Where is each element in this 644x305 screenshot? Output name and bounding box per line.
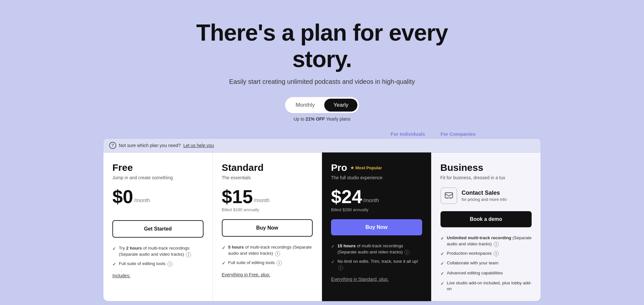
contact-sales-icon xyxy=(440,187,457,204)
info-icon[interactable]: ℹ xyxy=(167,261,173,267)
contact-sales-label: Contact Sales xyxy=(462,190,507,196)
help-icon: ? xyxy=(109,142,116,149)
billing-toggle: Monthly Yearly xyxy=(285,97,359,113)
contact-sales-text: Contact Sales for pricing and more info xyxy=(462,190,507,202)
price-period-free: /month xyxy=(134,198,150,206)
feature-text: Advanced editing capabilities xyxy=(447,270,503,276)
label-cell-free xyxy=(103,131,213,137)
plan-name-pro: Pro ★ Most Popular xyxy=(331,162,422,173)
info-icon[interactable]: ℹ xyxy=(494,251,499,256)
most-popular-badge: ★ Most Popular xyxy=(350,165,382,170)
help-text: Not sure which plan you need? xyxy=(119,143,181,148)
features-list-free: ✓ Try 2 hours of multi-track recordings … xyxy=(112,245,204,267)
check-icon: ✓ xyxy=(440,251,444,257)
plan-tagline-standard: The essentials xyxy=(222,175,313,180)
plan-price-pro: $24 /month xyxy=(331,187,422,206)
label-cell-standard xyxy=(213,131,322,137)
help-link[interactable]: Let us help you xyxy=(183,143,214,148)
for-companies-label: For Companies xyxy=(440,131,476,137)
price-billed-pro: Billed $288 annually xyxy=(331,207,422,212)
plan-price-standard: $15 /month xyxy=(222,187,313,206)
plans-section: For Individuals For Companies ? Not sure… xyxy=(103,131,541,301)
hero-subtitle: Easily start creating unlimited podcasts… xyxy=(229,78,415,85)
label-cell-individuals: For Individuals xyxy=(322,131,431,137)
feature-text: Live studio add-on included, plus lobby … xyxy=(447,280,532,292)
info-icon[interactable]: ℹ xyxy=(404,250,410,255)
contact-sales-area: Contact Sales for pricing and more info xyxy=(440,187,532,204)
plan-tagline-free: Jump in and create something xyxy=(112,175,204,180)
plan-tagline-business: Fit for business, dressed in a tux xyxy=(440,175,532,180)
feature-item: ✓ Advanced editing capabilities xyxy=(440,270,532,277)
label-cell-companies: For Companies xyxy=(431,131,541,137)
feature-item: ✓ No limit on edits. Trim, track, tune i… xyxy=(331,259,422,271)
cta-button-free[interactable]: Get Started xyxy=(112,220,204,238)
info-icon[interactable]: ℹ xyxy=(494,242,499,247)
price-amount-pro: $24 xyxy=(331,187,362,206)
feature-text: Full suite of editing tools ℹ xyxy=(119,261,173,267)
feature-item: ✓ 15 hours of multi-track recordings (Se… xyxy=(331,243,422,255)
feature-item: ✓ 5 hours of multi-track recordings (Sep… xyxy=(222,244,313,257)
svg-rect-0 xyxy=(445,193,452,198)
feature-text: 5 hours of multi-track recordings (Separ… xyxy=(228,244,313,257)
check-icon: ✓ xyxy=(440,261,444,267)
features-list-standard: ✓ 5 hours of multi-track recordings (Sep… xyxy=(222,244,313,266)
discount-percent: 21% OFF xyxy=(306,116,325,122)
plan-tagline-pro: The full studio experience xyxy=(331,175,422,180)
feature-text: Unlimited multi-track recording (Separat… xyxy=(447,235,532,247)
check-icon: ✓ xyxy=(222,260,226,267)
feature-item: ✓ Unlimited multi-track recording (Separ… xyxy=(440,235,532,247)
contact-sales-sub: for pricing and more info xyxy=(462,197,507,202)
yearly-discount-text: Up to 21% OFF Yearly plans xyxy=(294,116,351,122)
yearly-toggle-btn[interactable]: Yearly xyxy=(324,99,357,112)
hero-title: There's a plan for every story. xyxy=(177,19,467,72)
feature-text: 15 hours of multi-track recordings (Sepa… xyxy=(337,243,422,255)
price-billed-free xyxy=(112,207,204,213)
feature-text: Production workspaces ℹ xyxy=(447,251,499,257)
check-icon: ✓ xyxy=(331,243,335,250)
check-icon: ✓ xyxy=(222,245,226,251)
info-icon[interactable]: ℹ xyxy=(186,252,191,257)
check-icon: ✓ xyxy=(112,246,116,252)
feature-text: Try 2 hours of multi-track recordings (S… xyxy=(119,245,204,258)
plan-card-free: Free Jump in and create something $0 /mo… xyxy=(103,152,213,301)
includes-label-pro[interactable]: Everything in Standard, plus: xyxy=(331,277,422,282)
features-list-pro: ✓ 15 hours of multi-track recordings (Se… xyxy=(331,243,422,271)
feature-item: ✓ Full suite of editing tools ℹ xyxy=(222,260,313,267)
check-icon: ✓ xyxy=(440,280,444,287)
info-icon[interactable]: ℹ xyxy=(338,265,343,271)
feature-text: Collaborate with your team xyxy=(447,260,499,266)
cta-button-pro[interactable]: Buy Now xyxy=(331,219,422,235)
price-amount-standard: $15 xyxy=(222,187,253,206)
features-list-business: ✓ Unlimited multi-track recording (Separ… xyxy=(440,235,532,292)
check-icon: ✓ xyxy=(440,271,444,277)
plan-card-standard: Standard The essentials $15 /month Bille… xyxy=(213,152,322,301)
feature-text: No limit on edits. Trim, track, tune it … xyxy=(337,259,422,271)
feature-item: ✓ Live studio add-on included, plus lobb… xyxy=(440,280,532,292)
includes-label-standard[interactable]: Everything in Free, plus: xyxy=(222,272,313,277)
info-icon[interactable]: ℹ xyxy=(277,261,282,266)
feature-item: ✓ Production workspaces ℹ xyxy=(440,251,532,257)
page-wrapper: There's a plan for every story. Easily s… xyxy=(0,0,644,305)
plan-name-standard: Standard xyxy=(222,162,313,173)
check-icon: ✓ xyxy=(440,235,444,242)
help-bar: ? Not sure which plan you need? Let us h… xyxy=(103,138,541,152)
price-period-standard: /month xyxy=(254,198,270,206)
feature-text: Full suite of editing tools ℹ xyxy=(228,260,282,266)
check-icon: ✓ xyxy=(331,259,335,265)
info-icon[interactable]: ℹ xyxy=(275,251,280,256)
check-icon: ✓ xyxy=(112,261,116,268)
for-individuals-label: For Individuals xyxy=(391,131,425,137)
plan-name-free: Free xyxy=(112,162,204,173)
feature-item: ✓ Collaborate with your team xyxy=(440,260,532,267)
plan-card-pro: Pro ★ Most Popular The full studio exper… xyxy=(322,152,431,301)
plan-card-business: Business Fit for business, dressed in a … xyxy=(431,152,541,301)
price-amount-free: $0 xyxy=(112,187,133,206)
plans-container: Free Jump in and create something $0 /mo… xyxy=(103,152,541,301)
includes-label-free[interactable]: Includes: xyxy=(112,273,204,278)
plan-name-business: Business xyxy=(440,162,532,173)
price-period-pro: /month xyxy=(363,198,379,206)
monthly-toggle-btn[interactable]: Monthly xyxy=(287,99,324,112)
feature-item: ✓ Full suite of editing tools ℹ xyxy=(112,261,204,268)
cta-button-business[interactable]: Book a demo xyxy=(440,211,532,227)
cta-button-standard[interactable]: Buy Now xyxy=(222,219,313,237)
